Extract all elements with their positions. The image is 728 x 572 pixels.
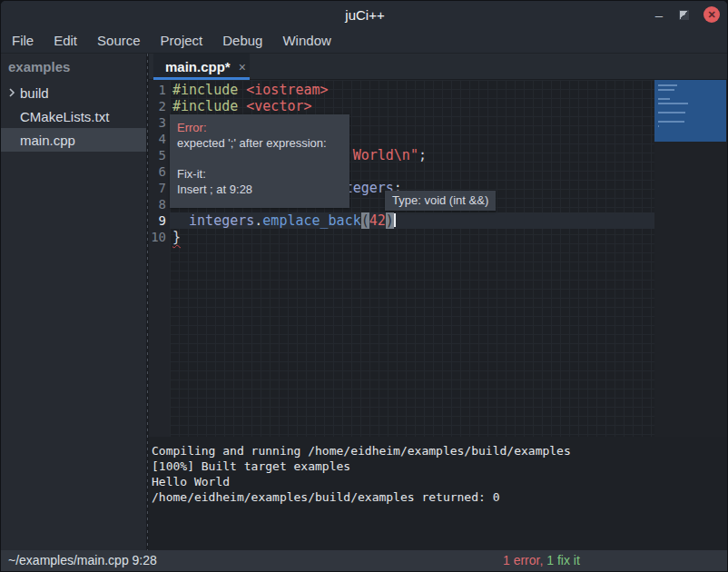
terminal-line: Compiling and running /home/eidheim/exam…	[152, 443, 728, 459]
status-diagnostics: 1 error, 1 fix it	[503, 550, 580, 571]
code-segment: #include	[172, 98, 246, 114]
code-segment: emplace_back	[262, 212, 360, 229]
terminal-output[interactable]: Compiling and running /home/eidheim/exam…	[149, 437, 728, 550]
terminal-line: Hello World	[152, 474, 728, 489]
title-bar: juCi++ – ✕	[1, 1, 728, 28]
tree-item-label: build	[20, 85, 49, 101]
tooltip-text-line: Insert ; at 9:28	[177, 182, 342, 197]
line-number-gutter: 12345678910	[149, 80, 170, 437]
minimap[interactable]	[654, 80, 728, 437]
minimap-code-line	[658, 103, 688, 104]
line-number: 5	[149, 147, 170, 163]
line-number: 6	[149, 163, 170, 180]
menu-item-source[interactable]: Source	[87, 28, 151, 53]
menu-item-project[interactable]: Project	[151, 28, 213, 53]
tooltip-text-line: expected ';' after expression:	[177, 135, 342, 151]
minimize-button[interactable]: –	[654, 1, 664, 28]
code-segment: ;	[418, 147, 427, 163]
menu-item-window[interactable]: Window	[272, 28, 340, 53]
main-area: examples buildCMakeLists.txtmain.cpp mai…	[1, 54, 728, 550]
menu-bar: FileEditSourceProjectDebugWindow	[1, 28, 728, 54]
terminal-line: /home/eidheim/examples/build/examples re…	[152, 489, 728, 505]
code-segment: .	[254, 212, 262, 229]
menu-item-debug[interactable]: Debug	[212, 28, 272, 53]
status-fixit-count: 1 fix it	[546, 553, 580, 567]
window-title: juCi++	[345, 7, 384, 23]
minimap-code-line	[658, 112, 685, 113]
chevron-right-icon[interactable]	[7, 88, 20, 97]
editor-pane: main.cpp* × 12345678910 #include <iostre…	[149, 54, 728, 550]
tooltip-error-title: Error:	[177, 120, 342, 135]
minimap-code-line	[658, 121, 684, 123]
type-tooltip: Type: void (int &&)	[385, 191, 496, 211]
source-editor: 12345678910 #include <iostream>#include …	[149, 80, 728, 437]
code-segment: <iostream>	[246, 82, 328, 98]
code-segment	[172, 212, 189, 229]
terminal-line: [100%] Built target examples	[152, 459, 728, 474]
tree-item-main-cpp[interactable]: main.cpp	[1, 128, 146, 152]
status-error-count: 1 error	[503, 553, 539, 567]
code-line-2: #include <vector>	[170, 98, 654, 114]
restore-icon[interactable]	[679, 10, 689, 20]
text-cursor	[394, 213, 396, 227]
tree-item-label: main.cpp	[20, 133, 75, 148]
status-file-location: ~/examples/main.cpp 9:28	[8, 550, 157, 571]
line-number: 7	[149, 180, 170, 196]
tooltip-text-line	[177, 151, 342, 166]
minimap-code-line	[658, 84, 677, 86]
line-number: 8	[149, 196, 170, 212]
status-bar: ~/examples/main.cpp 9:28 1 error, 1 fix …	[1, 550, 728, 572]
code-segment: #include	[172, 82, 246, 98]
code-segment: 42	[369, 212, 386, 229]
project-name-label: examples	[1, 54, 146, 81]
code-segment: }	[172, 229, 181, 245]
tab-strip: main.cpp* ×	[149, 54, 728, 80]
tree-item-cmakelists-txt[interactable]: CMakeLists.txt	[1, 104, 146, 128]
window-controls: – ✕	[654, 1, 720, 28]
code-segment: integers	[189, 212, 254, 229]
code-segment: (	[361, 212, 369, 229]
menu-item-edit[interactable]: Edit	[44, 28, 87, 53]
minimap-code-line	[658, 98, 670, 100]
code-line-9: integers.emplace_back(42)	[170, 212, 654, 229]
tree-item-label: CMakeLists.txt	[20, 109, 109, 124]
minimap-code-line	[658, 89, 674, 91]
app-window: juCi++ – ✕ FileEditSourceProjectDebugWin…	[0, 0, 728, 572]
tab-close-icon[interactable]: ×	[239, 61, 246, 74]
line-number: 3	[149, 114, 170, 131]
line-number: 2	[149, 98, 170, 114]
line-number: 4	[149, 131, 170, 147]
tree-item-build[interactable]: build	[1, 81, 146, 104]
close-button[interactable]: ✕	[703, 6, 720, 23]
minimap-viewport	[654, 80, 726, 142]
code-line-1: #include <iostream>	[170, 82, 654, 98]
code-segment: <vector>	[246, 98, 311, 114]
tab-main-cpp[interactable]: main.cpp* ×	[153, 54, 250, 80]
minimap-code-line	[658, 125, 659, 127]
menu-item-file[interactable]: File	[2, 28, 44, 53]
tooltip-text-line: Fix-it:	[177, 166, 342, 182]
line-number: 1	[149, 82, 170, 98]
line-number: 9	[149, 212, 170, 229]
line-number: 10	[149, 229, 170, 245]
tab-label: main.cpp*	[165, 59, 231, 74]
code-segment: )	[386, 212, 394, 229]
code-line-10: }	[170, 229, 654, 245]
file-tree-panel: examples buildCMakeLists.txtmain.cpp	[1, 54, 146, 550]
diagnostic-tooltip: Error:expected ';' after expression:Fix-…	[170, 114, 349, 208]
